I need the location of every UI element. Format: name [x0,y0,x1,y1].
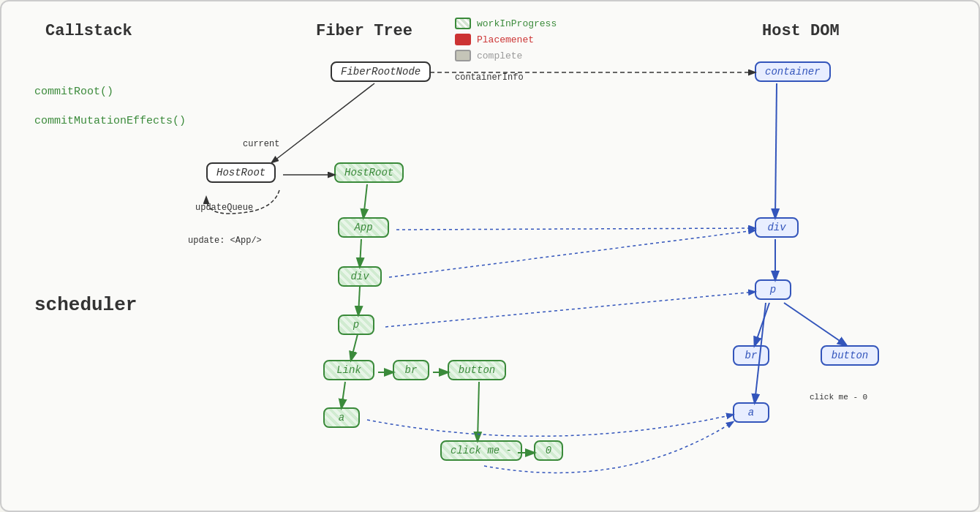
hostroot-current-node: HostRoot [206,162,276,183]
div-fiber-node: div [338,266,382,287]
container-dom-node: container [755,61,831,82]
p-dom-node: p [755,279,791,300]
fibertree-header: Fiber Tree [316,22,412,40]
svg-line-19 [385,292,755,327]
br-fiber-node: br [393,360,429,380]
hostdom-header: Host DOM [762,22,840,40]
button-text-label: click me - 0 [810,393,867,402]
callstack-header: Callstack [45,22,132,40]
svg-line-18 [389,230,755,277]
a-dom-node: a [733,402,769,423]
br-dom-node: br [733,345,769,366]
a-fiber-node: a [323,407,360,428]
placement-label: Placemenet [477,34,534,45]
clickme-fiber-node: click me - [440,440,522,461]
svg-line-5 [358,287,360,315]
complete-label: complete [477,50,522,61]
complete-icon [455,50,471,61]
commitmutation-label: commitMutationEffects() [34,115,186,127]
link-fiber-node: Link [323,360,374,380]
svg-line-14 [755,303,769,345]
legend-placement: Placemenet [455,34,557,45]
svg-line-12 [775,83,777,217]
commitroot-label: commitRoot() [34,86,113,98]
legend: workInProgress Placemenet complete [455,18,557,61]
svg-line-6 [351,334,358,360]
button-dom-node: button [821,345,879,366]
update-label: update: <App/> [188,236,262,246]
updatequeue-label: updateQueue [195,203,253,213]
svg-line-3 [363,184,367,217]
scheduler-label: scheduler [34,294,137,316]
svg-line-17 [396,228,755,230]
svg-line-9 [342,382,345,407]
fiber-root-node: FiberRootNode [331,61,431,82]
containerinfo-label: containerInfo [455,72,524,83]
main-container: Callstack Fiber Tree Host DOM workInProg… [0,0,980,512]
div-dom-node: div [755,217,799,238]
legend-wip: workInProgress [455,18,557,29]
placement-icon [455,34,471,45]
p-fiber-node: p [338,315,374,335]
button-fiber-node: button [448,360,506,380]
svg-line-1 [272,83,374,162]
app-node: App [338,217,389,238]
current-label: current [243,139,279,149]
svg-line-10 [478,382,479,440]
zero-fiber-node: 0 [534,440,563,461]
legend-complete: complete [455,50,557,61]
hostroot-wip-node: HostRoot [334,162,404,183]
svg-line-15 [784,303,846,345]
wip-icon [455,18,471,29]
svg-line-4 [360,239,361,266]
wip-label: workInProgress [477,18,557,29]
